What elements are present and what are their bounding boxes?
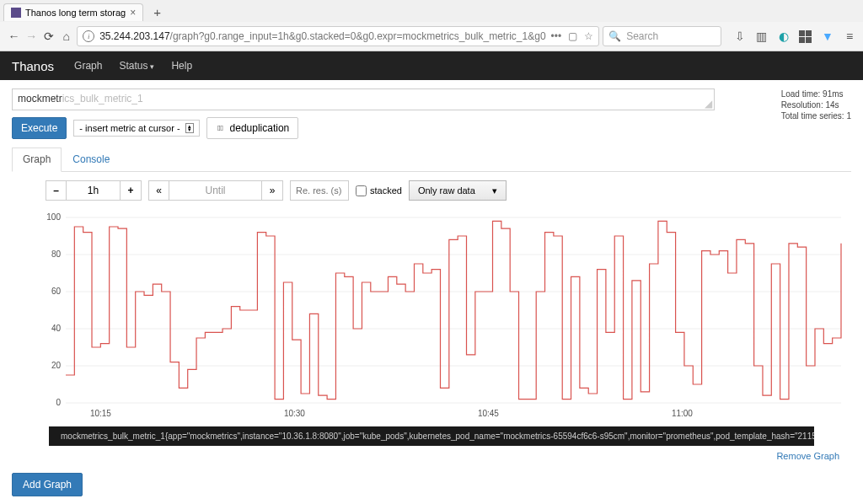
svg-text:11:00: 11:00 — [672, 409, 693, 418]
nav-bar: ← → ⟳ ⌂ i 35.244.203.147/graph?g0.range_… — [0, 22, 863, 51]
range-value[interactable]: 1h — [67, 181, 121, 200]
dedup-button[interactable]: ✓⃝ deduplication — [206, 117, 299, 139]
reload-button[interactable]: ⟳ — [42, 27, 56, 46]
svg-text:20: 20 — [51, 361, 62, 370]
nav-graph[interactable]: Graph — [74, 60, 102, 72]
resolution-input[interactable] — [290, 180, 349, 201]
browser-tab[interactable]: Thanos long term storag × — [3, 3, 143, 21]
funnel-icon[interactable]: ▼ — [821, 29, 834, 43]
tab-title: Thanos long term storag — [25, 8, 126, 18]
insert-metric-select[interactable]: - insert metric at cursor - ▴▾ — [73, 120, 199, 137]
downloads-icon[interactable]: ⇩ — [733, 29, 747, 43]
stat-load-time: Load time: 91ms — [781, 88, 851, 99]
tab-graph[interactable]: Graph — [12, 147, 62, 172]
svg-text:0: 0 — [56, 398, 61, 407]
svg-text:10:30: 10:30 — [284, 409, 305, 418]
insert-metric-label: - insert metric at cursor - — [79, 123, 180, 133]
search-field[interactable]: 🔍 Search — [603, 26, 721, 46]
tab-bar: Thanos long term storag × + — [0, 0, 863, 22]
search-placeholder: Search — [626, 30, 658, 42]
time-forward-button[interactable]: » — [262, 181, 282, 200]
stat-total-series: Total time series: 1 — [781, 110, 851, 121]
tab-console[interactable]: Console — [62, 147, 121, 171]
info-icon[interactable]: i — [83, 30, 94, 42]
bookmark-icon[interactable]: ☆ — [584, 30, 593, 42]
query-row: mockmetrics_bulk_metric_1 ◢ — [12, 88, 851, 110]
dropdown-caret-icon: ▾ — [492, 185, 497, 196]
brand[interactable]: Thanos — [12, 59, 54, 73]
forward-button[interactable]: → — [24, 27, 39, 46]
range-group: – 1h + — [46, 180, 142, 201]
stacked-checkbox[interactable]: stacked — [356, 185, 402, 196]
menu-icon[interactable]: ≡ — [843, 29, 856, 43]
stacked-checkbox-input[interactable] — [356, 185, 367, 196]
app-nav: Thanos Graph Status▾ Help — [0, 51, 863, 80]
new-tab-button[interactable]: + — [148, 5, 166, 19]
query-input[interactable]: mockmetrics_bulk_metric_1 ◢ — [12, 88, 715, 110]
time-nav-group: « Until » — [148, 180, 283, 201]
more-icon[interactable]: ••• — [551, 30, 562, 42]
dedup-check-icon: ✓⃝ — [216, 123, 226, 133]
svg-text:60: 60 — [51, 287, 62, 296]
home-button[interactable]: ⌂ — [59, 27, 73, 46]
svg-text:100: 100 — [46, 212, 61, 222]
range-plus-button[interactable]: + — [121, 181, 141, 200]
data-mode-dropdown[interactable]: Only raw data ▾ — [409, 180, 507, 201]
close-tab-icon[interactable]: × — [130, 7, 136, 19]
toolbar-icons: ⇩ ▥ ◐ ▼ ≡ — [733, 29, 856, 43]
until-input[interactable]: Until — [169, 181, 262, 200]
caret-down-icon: ▾ — [150, 62, 154, 71]
chart: 02040608010010:1510:3010:4511:00 — [40, 209, 843, 420]
main: Load time: 91ms Resolution: 14s Total ti… — [0, 80, 863, 504]
svg-text:40: 40 — [51, 324, 62, 333]
legend-text: mockmetrics_bulk_metric_1{app="mockmetri… — [61, 432, 814, 441]
legend[interactable]: mockmetrics_bulk_metric_1{app="mockmetri… — [49, 426, 814, 446]
remove-graph-link[interactable]: Remove Graph — [12, 451, 839, 461]
execute-button[interactable]: Execute — [12, 117, 67, 139]
pocket-icon[interactable]: ◐ — [777, 29, 791, 43]
search-icon: 🔍 — [608, 30, 621, 42]
apps-icon[interactable] — [799, 29, 812, 43]
back-button[interactable]: ← — [7, 27, 21, 46]
sidebar-icon[interactable]: ▥ — [755, 29, 769, 43]
control-row: Execute - insert metric at cursor - ▴▾ ✓… — [12, 117, 851, 139]
favicon-icon — [11, 8, 21, 18]
query-stats: Load time: 91ms Resolution: 14s Total ti… — [781, 88, 851, 121]
reader-icon[interactable]: ▢ — [568, 30, 577, 42]
select-caret-icon: ▴▾ — [185, 123, 194, 133]
svg-text:10:15: 10:15 — [90, 409, 111, 418]
svg-text:10:45: 10:45 — [478, 409, 499, 418]
resize-handle-icon[interactable]: ◢ — [705, 98, 712, 110]
add-graph-button[interactable]: Add Graph — [12, 473, 83, 496]
nav-help[interactable]: Help — [171, 60, 192, 72]
url-bar[interactable]: i 35.244.203.147/graph?g0.range_input=1h… — [77, 26, 599, 46]
tabs: Graph Console — [12, 147, 851, 172]
range-minus-button[interactable]: – — [46, 181, 67, 200]
nav-status[interactable]: Status▾ — [119, 60, 154, 72]
stat-resolution: Resolution: 14s — [781, 99, 851, 110]
url-text: 35.244.203.147/graph?g0.range_input=1h&g… — [99, 30, 545, 42]
time-back-button[interactable]: « — [149, 181, 169, 200]
graph-controls: – 1h + « Until » stacked Only raw data ▾ — [46, 180, 851, 201]
browser-chrome: Thanos long term storag × + ← → ⟳ ⌂ i 35… — [0, 0, 863, 51]
svg-text:80: 80 — [51, 249, 62, 259]
